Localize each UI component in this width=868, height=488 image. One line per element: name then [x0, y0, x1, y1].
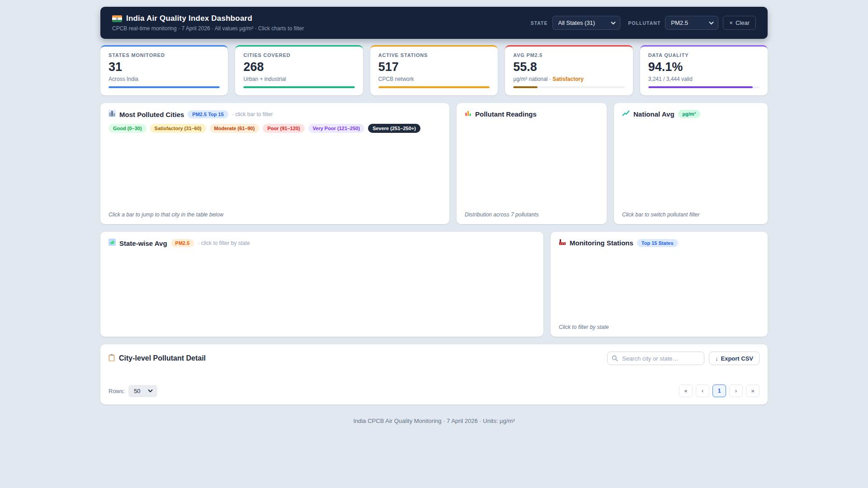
panel-footer-hint: Click to filter by state — [559, 324, 760, 330]
stat-progress-fill — [108, 86, 220, 88]
stat-value: 94.1% — [648, 60, 760, 74]
stat-cards-row: STATES MONITORED 31 Across India CITIES … — [100, 45, 768, 95]
statewise-avg-chart-area[interactable] — [108, 248, 535, 330]
most-polluted-chart-area[interactable] — [108, 133, 441, 211]
page-footer: India CPCB Air Quality Monitoring · 7 Ap… — [100, 418, 768, 424]
stat-label: STATES MONITORED — [108, 52, 220, 58]
aqi-legend: Good (0–30) Satisfactory (31–60) Moderat… — [108, 124, 441, 133]
stat-card-active-stations: ACTIVE STATIONS 517 CPCB network — [370, 45, 498, 95]
pager-prev-button[interactable]: ‹ — [696, 385, 709, 397]
export-csv-label: Export CSV — [721, 355, 753, 362]
national-avg-chart-area[interactable] — [622, 118, 760, 211]
clear-button-label: Clear — [736, 19, 750, 26]
pager-first-button[interactable]: « — [679, 385, 693, 397]
statewise-avg-panel: State-wise Avg PM2.5 · click to filter b… — [100, 232, 543, 337]
stat-progress-fill — [648, 86, 753, 88]
legend-chip-very-poor: Very Poor (121–250) — [308, 124, 365, 133]
city-detail-table-card: City-level Pollutant Detail ↓ Export CSV… — [100, 344, 768, 404]
search-wrap — [607, 352, 704, 365]
map-icon — [108, 239, 116, 248]
panel-footer-hint: Distribution across 7 pollutants — [465, 211, 599, 218]
pollutant-badge: PM2.5 — [171, 239, 194, 247]
page-subtitle: CPCB real-time monitoring · 7 April 2026… — [112, 25, 304, 32]
stat-subtext: Urban + industrial — [243, 76, 354, 82]
pager-page-1-button[interactable]: 1 — [712, 385, 726, 397]
stat-progress-fill — [513, 86, 538, 88]
legend-chip-moderate: Moderate (61–90) — [210, 124, 259, 133]
state-select-wrap: All States (31) — [552, 16, 620, 30]
stat-card-avg-pm25: AVG PM2.5 55.8 µg/m³ national · Satisfac… — [505, 45, 632, 95]
stat-card-cities-covered: CITIES COVERED 268 Urban + industrial — [235, 45, 363, 95]
stat-subtext: 3,241 / 3,444 valid — [648, 76, 760, 82]
header: India Air Quality Index Dashboard CPCB r… — [100, 7, 768, 39]
search-icon — [612, 355, 618, 361]
stat-subtext: µg/m³ national · Satisfactory — [513, 76, 624, 82]
stat-card-states-monitored: STATES MONITORED 31 Across India — [100, 45, 228, 95]
panel-hint: · click to filter by state — [198, 240, 250, 246]
stat-label: DATA QUALITY — [648, 52, 760, 58]
status-badge: Satisfactory — [552, 76, 584, 82]
panel-title: State-wise Avg — [119, 239, 167, 247]
stat-value: 517 — [378, 60, 490, 74]
panel-footer-hint: Click bar to switch pollutant filter — [622, 211, 760, 218]
stat-progress-track — [108, 86, 220, 88]
stat-label: AVG PM2.5 — [513, 52, 624, 58]
table-title: City-level Pollutant Detail — [119, 354, 206, 362]
panel-title: Most Polluted Cities — [119, 111, 184, 118]
export-csv-button[interactable]: ↓ Export CSV — [709, 352, 760, 365]
top15-states-badge: Top 15 States — [637, 239, 678, 247]
stat-progress-track — [378, 86, 490, 88]
units-badge: µg/m³ — [678, 110, 701, 118]
stat-progress-track — [243, 86, 354, 88]
stat-label: ACTIVE STATIONS — [378, 52, 490, 58]
stat-progress-track — [513, 86, 624, 88]
stat-value: 55.8 — [513, 60, 624, 74]
stat-value: 268 — [243, 60, 354, 74]
stat-subtext: Across India — [108, 76, 220, 82]
rows-per-page-select[interactable]: 50 — [128, 385, 157, 397]
page-title: India Air Quality Index Dashboard — [126, 14, 252, 23]
panel-hint: · click bar to filter — [232, 111, 273, 117]
download-icon: ↓ — [715, 355, 718, 362]
panel-title: Monitoring Stations — [570, 239, 633, 247]
charts-row-1: Most Polluted Cities PM2.5 Top 15 · clic… — [100, 103, 768, 224]
legend-chip-poor: Poor (91–120) — [263, 124, 304, 133]
close-icon: × — [729, 19, 733, 26]
rows-select-wrap: 50 — [128, 385, 157, 397]
chart-increasing-icon — [622, 110, 630, 118]
page: India Air Quality Index Dashboard CPCB r… — [100, 0, 768, 424]
bar-chart-icon — [465, 110, 472, 118]
search-input[interactable] — [607, 352, 704, 365]
stat-progress-track — [648, 86, 760, 88]
pager-next-button[interactable]: › — [729, 385, 743, 397]
india-flag-icon — [112, 15, 122, 22]
legend-chip-severe: Severe (251–250+) — [368, 124, 420, 133]
stat-progress-fill — [378, 86, 490, 88]
clear-filters-button[interactable]: × Clear — [723, 16, 756, 30]
monitoring-stations-panel: Monitoring Stations Top 15 States Click … — [551, 232, 768, 337]
state-select[interactable]: All States (31) — [552, 16, 620, 30]
factory-icon — [559, 239, 566, 247]
pager-last-button[interactable]: » — [746, 385, 760, 397]
rows-per-page-label: Rows: — [108, 388, 125, 394]
national-avg-panel: National Avg µg/m³ Click bar to switch p… — [614, 103, 768, 224]
pollutant-filter-label: POLLUTANT — [628, 20, 661, 26]
stat-label: CITIES COVERED — [243, 52, 354, 58]
pollutant-readings-panel: Pollutant Readings Distribution across 7… — [457, 103, 607, 224]
pagination: « ‹ 1 › » — [679, 385, 760, 397]
clipboard-icon — [108, 354, 115, 363]
monitoring-stations-chart-area[interactable] — [559, 247, 760, 324]
stat-card-data-quality: DATA QUALITY 94.1% 3,241 / 3,444 valid — [640, 45, 768, 95]
pm25-top15-badge: PM2.5 Top 15 — [188, 110, 228, 118]
cityscape-icon — [108, 110, 116, 119]
stat-subtext: CPCB network — [378, 76, 490, 82]
pollutant-select-wrap: PM2.5 — [665, 16, 718, 30]
panel-title: Pollutant Readings — [475, 110, 537, 118]
stat-progress-fill — [243, 86, 354, 88]
pollutant-select[interactable]: PM2.5 — [665, 16, 718, 30]
most-polluted-cities-panel: Most Polluted Cities PM2.5 Top 15 · clic… — [100, 103, 449, 224]
pollutant-readings-chart-area[interactable] — [465, 118, 599, 211]
header-left: India Air Quality Index Dashboard CPCB r… — [112, 14, 304, 32]
state-filter-label: STATE — [531, 20, 548, 26]
charts-row-2: State-wise Avg PM2.5 · click to filter b… — [100, 232, 768, 337]
